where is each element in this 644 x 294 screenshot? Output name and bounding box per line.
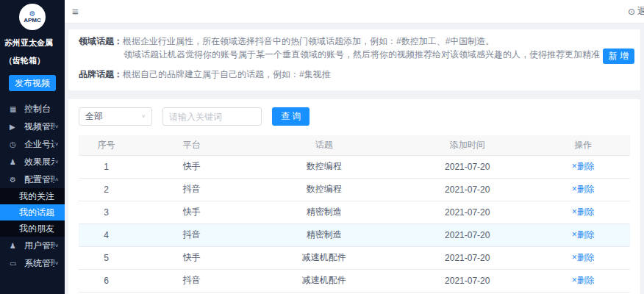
chevron-down-icon: ∨	[54, 159, 59, 165]
chevron-down-icon: ∨	[54, 243, 59, 248]
monitor-icon: ▭	[10, 259, 21, 268]
table-cell-actions: ×删除	[537, 178, 631, 201]
column-header-platform: 平台	[134, 135, 250, 155]
table-cell: 5	[79, 246, 134, 269]
table-cell-actions: ×删除	[537, 155, 631, 178]
person-icon: ♟	[10, 158, 21, 166]
table-cell: 2021-07-20	[398, 201, 537, 223]
logout-icon[interactable]: ⊙	[628, 7, 635, 17]
table-cell: 2021-07-20	[398, 269, 537, 292]
tip-line-domain-2: 领域话题让机器觉得你的账号属于某一个垂直领域的账号，然后将你的视频推荐给对该领域…	[79, 49, 630, 60]
topic-table-card: 全部 ∨ 查 询 序号 平台 话题 添加时间 操作	[68, 99, 640, 294]
table-cell: 减速机配件	[250, 269, 399, 292]
topic-tips-card: 领域话题：根据企业行业属性，所在领域选择抖音中的热门领域话题添加，例如：#数控加…	[68, 29, 640, 90]
collapse-menu-icon[interactable]: ≡	[72, 5, 79, 18]
table-cell: 精密制造	[250, 201, 399, 223]
sidebar-item-label: 系统管理	[24, 257, 54, 270]
table-cell: 3	[79, 201, 134, 223]
sidebar-item-my-topics[interactable]: 我的话题	[0, 204, 65, 220]
delete-link[interactable]: ×删除	[572, 161, 595, 171]
delete-link[interactable]: ×删除	[572, 229, 595, 240]
table-cell: 数控编程	[250, 178, 399, 201]
config-submenu: 我的关注 我的话题 我的朋友	[0, 188, 65, 237]
gear-icon: ⚙	[10, 176, 21, 184]
tip-label: 品牌话题：	[79, 69, 123, 79]
table-row: 4抖音精密制造2021-07-20×删除	[79, 223, 630, 246]
column-header-date: 添加时间	[398, 135, 537, 155]
table-cell: 抖音	[134, 178, 250, 201]
sidebar-item-label: 用户管理	[24, 240, 54, 252]
topic-table: 序号 平台 话题 添加时间 操作 1快手数控编程2021-07-20×删除2抖音…	[79, 135, 630, 294]
table-cell: 抖音	[134, 269, 250, 292]
sidebar-item-label: 我的朋友	[19, 223, 59, 235]
chevron-up-icon: ∧	[54, 177, 59, 182]
add-topic-button[interactable]: 新 增	[603, 49, 634, 64]
video-icon: ▶	[10, 123, 21, 131]
table-cell: 抖音	[134, 223, 250, 246]
topbar: ≡ ⊙ 退	[65, 0, 644, 24]
sidebar-item-video-management[interactable]: ▶ 视频管理 ∨	[0, 118, 65, 135]
topic-table-body: 1快手数控编程2021-07-20×删除2抖音数控编程2021-07-20×删除…	[79, 155, 630, 294]
table-row: 1快手数控编程2021-07-20×删除	[79, 155, 630, 178]
table-cell: 数控编程	[250, 155, 399, 178]
sidebar-item-enterprise-operation[interactable]: ◷ 企业号运营 ∨	[0, 135, 65, 153]
table-cell: 4	[79, 223, 134, 246]
table-cell-actions: ×删除	[537, 223, 631, 246]
query-button[interactable]: 查 询	[272, 107, 310, 126]
delete-link[interactable]: ×删除	[572, 275, 595, 285]
table-cell: 2	[79, 178, 134, 201]
table-header-row: 序号 平台 话题 添加时间 操作	[79, 135, 630, 155]
clock-icon: ◷	[10, 140, 21, 148]
sidebar-item-label: 我的关注	[19, 190, 59, 203]
chevron-down-icon: ∨	[54, 124, 59, 129]
table-cell: 减速机配件	[250, 246, 399, 269]
platform-select[interactable]: 全部 ∨	[79, 107, 152, 126]
table-cell: 2021-07-20	[398, 223, 537, 246]
tip-label: 领域话题：	[79, 36, 123, 46]
sidebar-item-label: 控制台	[24, 103, 59, 115]
chevron-down-icon: ∨	[54, 142, 59, 147]
table-cell: 2021-07-20	[398, 178, 537, 201]
table-cell-actions: ×删除	[537, 201, 631, 223]
dashboard-icon: ▦	[10, 105, 21, 113]
sidebar-item-label: 我的话题	[19, 207, 59, 219]
logo-text: APMC	[24, 18, 41, 24]
sidebar-item-console[interactable]: ▦ 控制台	[0, 100, 65, 118]
company-title: 苏州亚太金属（齿轮箱）	[0, 30, 65, 74]
logout-label[interactable]: 退	[637, 5, 644, 18]
delete-link[interactable]: ×删除	[572, 252, 595, 262]
table-cell: 2021-07-20	[398, 246, 537, 269]
sidebar-item-system-management[interactable]: ▭ 系统管理 ∨	[0, 254, 65, 272]
sidebar-item-my-friends[interactable]: 我的朋友	[0, 220, 65, 237]
delete-link[interactable]: ×删除	[572, 207, 595, 217]
table-row: 6抖音减速机配件2021-07-20×删除	[79, 269, 630, 292]
column-header-actions: 操作	[537, 135, 631, 155]
person-icon: ♟	[10, 242, 21, 250]
table-cell: 1	[79, 155, 134, 178]
column-header-topic: 话题	[250, 135, 399, 155]
table-cell: 快手	[134, 246, 250, 269]
table-cell: 快手	[134, 201, 250, 223]
sidebar-item-my-follows[interactable]: 我的关注	[0, 188, 65, 204]
publish-video-button[interactable]: 发布视频	[9, 75, 56, 91]
sidebar-item-effect-display[interactable]: ♟ 效果展示 ∨	[0, 153, 65, 171]
tip-line-brand: 品牌话题：根据自己的品牌建立属于自己的话题，例如：#集视推	[79, 69, 630, 80]
delete-link[interactable]: ×删除	[572, 184, 595, 194]
company-logo: ⚙ APMC	[19, 4, 46, 30]
logo-wrap: ⚙ APMC	[0, 0, 65, 30]
table-cell-actions: ×删除	[537, 246, 631, 269]
sidebar-item-label: 视频管理	[24, 121, 54, 133]
sidebar: ⚙ APMC 苏州亚太金属（齿轮箱） 发布视频 ▦ 控制台 ▶ 视频管理 ∨ ◷…	[0, 0, 65, 294]
platform-select-value: 全部	[85, 110, 103, 123]
table-row: 2抖音数控编程2021-07-20×删除	[79, 178, 630, 201]
table-cell: 2021-07-20	[398, 155, 537, 178]
table-cell: 快手	[134, 155, 250, 178]
keyword-search-input[interactable]	[162, 107, 262, 126]
sidebar-item-config-management[interactable]: ⚙ 配置管理 ∧	[0, 171, 65, 188]
sidebar-item-user-management[interactable]: ♟ 用户管理 ∨	[0, 237, 65, 254]
tip-text: 根据企业行业属性，所在领域选择抖音中的热门领域话题添加，例如：#数控加工、#中国…	[123, 36, 494, 46]
filter-row: 全部 ∨ 查 询	[79, 107, 630, 126]
topbar-right: ⊙ 退	[628, 5, 644, 18]
sidebar-menu: ▦ 控制台 ▶ 视频管理 ∨ ◷ 企业号运营 ∨ ♟ 效果展示 ∨ ⚙ 配置管理…	[0, 100, 65, 294]
column-header-seq: 序号	[79, 135, 134, 155]
